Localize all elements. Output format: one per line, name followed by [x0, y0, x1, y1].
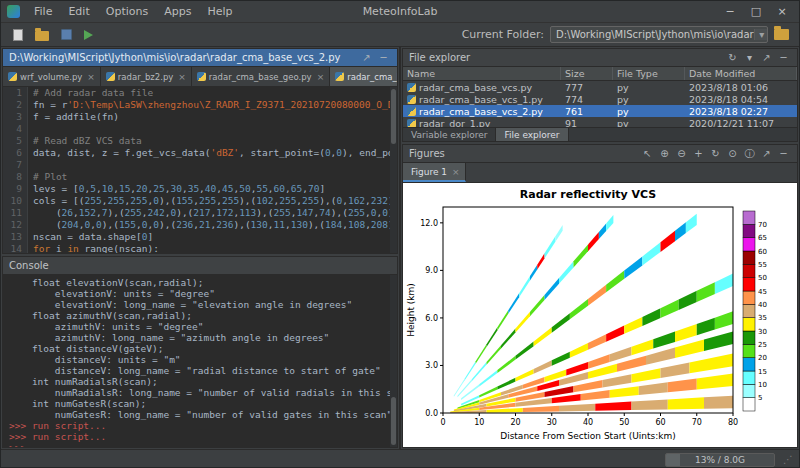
close-tab-icon[interactable]: × [87, 72, 95, 82]
zoom-out-icon[interactable]: ⊖ [674, 145, 689, 162]
refresh-icon[interactable]: ↻ [725, 49, 740, 66]
browse-folder-icon[interactable] [774, 29, 789, 40]
tab-variable-explorer[interactable]: Variable explorer [403, 128, 496, 141]
line-number: 7 [3, 159, 27, 171]
svg-text:30: 30 [758, 328, 767, 336]
svg-text:0: 0 [440, 418, 445, 427]
file-row[interactable]: radar_dor_1.py91py2020/12/21 11:07 [403, 117, 797, 127]
figures-title-bar: Figures ↖⊕⊖+↻⊙ⓘ↗─ [403, 145, 797, 163]
memory-indicator[interactable]: 13% / 8.0G [665, 453, 775, 467]
open-file-icon[interactable] [35, 31, 49, 41]
console-line: int numRadialsR(scan); [9, 376, 397, 387]
menu-apps[interactable]: Apps [156, 1, 199, 22]
tab-file-explorer[interactable]: File explorer [496, 128, 568, 141]
svg-text:60: 60 [758, 248, 767, 256]
scrollbar-thumb[interactable] [391, 397, 396, 445]
tab-label: radar_bz2.py [118, 72, 173, 82]
rotate-icon[interactable]: ↻ [708, 145, 723, 162]
svg-text:50: 50 [619, 418, 629, 427]
tab-figure-1[interactable]: Figure 1× [403, 163, 466, 182]
file-size: 91 [561, 118, 613, 128]
python-file-icon [407, 119, 416, 128]
file-row[interactable]: radar_cma_base_vcs.py777py2023/8/18 01:0… [403, 81, 797, 93]
pan-icon[interactable]: + [691, 145, 706, 162]
minimize-panel-icon[interactable]: ─ [776, 145, 791, 162]
code-line: 1# Add radar data file [3, 87, 397, 99]
file-name-cell: radar_cma_base_vcs_1.py [403, 94, 561, 105]
svg-text:15: 15 [758, 368, 767, 376]
info-icon[interactable]: ⓘ [742, 145, 757, 162]
file-type: py [613, 118, 685, 128]
figure-canvas[interactable]: Radar reflectivity VCS010203040506070800… [403, 183, 797, 448]
minimize-panel-icon[interactable]: ─ [776, 49, 791, 66]
line-number: 4 [3, 123, 27, 135]
code-line: 14for i in range(nscan): [3, 243, 397, 253]
menu-help[interactable]: Help [199, 1, 240, 22]
console-line: float elevationV(scan,radial); [9, 277, 397, 288]
svg-text:20: 20 [510, 418, 520, 427]
float-window-icon[interactable]: ↗ [759, 145, 774, 162]
right-column: File explorer ↻▾↗─ NameSizeFile TypeDate… [401, 47, 799, 449]
line-number: 9 [3, 183, 27, 195]
python-file-icon [106, 72, 115, 81]
minimize-icon[interactable]: ─ [717, 1, 743, 22]
code-line: 10cols = [(255,255,255,0),(155,255,255),… [3, 195, 397, 207]
svg-text:25: 25 [758, 341, 767, 349]
menu-edit[interactable]: Edit [60, 1, 97, 22]
code-editor[interactable]: 1# Add radar data file2fn = r'D:\Temp\La… [3, 87, 397, 253]
editor-tab[interactable]: radar_bz2.py× [101, 67, 192, 86]
resize-grip-icon[interactable]: ⋰ [783, 454, 793, 465]
select-cursor-icon[interactable]: ↖ [640, 145, 655, 162]
editor-title-bar: D:\Working\MIScript\Jython\mis\io\radar\… [3, 49, 397, 67]
close-icon[interactable]: × [769, 1, 795, 22]
column-header-size[interactable]: Size [561, 67, 613, 80]
editor-tab[interactable]: radar_cma_base_vcs_2.py× [330, 67, 397, 86]
close-tab-icon[interactable]: × [317, 72, 325, 82]
editor-tab[interactable]: radar_cma_base_geo.py× [192, 67, 330, 86]
editor-tab[interactable]: wrf_volume.py× [3, 67, 101, 86]
file-row[interactable]: radar_cma_base_vcs_2.py761py2023/8/18 02… [403, 105, 797, 117]
line-number: 8 [3, 171, 27, 183]
svg-text:20: 20 [758, 354, 767, 362]
code-text: nscan = data.shape[0] [33, 231, 153, 243]
svg-text:12.0: 12.0 [420, 219, 438, 228]
code-lines: 1# Add radar data file2fn = r'D:\Temp\La… [3, 87, 397, 253]
console-line: >>> [9, 442, 397, 447]
tab-label: wrf_volume.py [20, 72, 82, 82]
svg-text:Radar reflectivity VCS: Radar reflectivity VCS [520, 188, 656, 201]
line-number: 11 [3, 207, 27, 219]
menu-file[interactable]: File [26, 1, 60, 22]
run-script-icon[interactable] [84, 30, 93, 40]
python-file-icon [407, 107, 416, 116]
globe-icon[interactable]: ⊙ [725, 145, 740, 162]
figures-title: Figures [409, 148, 445, 159]
column-header-date-modified[interactable]: Date Modified [685, 67, 797, 80]
file-explorer-title: File explorer [409, 52, 470, 63]
file-row[interactable]: radar_cma_base_vcs_1.py774py2023/8/18 04… [403, 93, 797, 105]
scrollbar-thumb[interactable] [391, 89, 396, 144]
menu-options[interactable]: Options [98, 1, 156, 22]
column-header-file-type[interactable]: File Type [613, 67, 685, 80]
svg-text:45: 45 [758, 288, 767, 296]
maximize-icon[interactable]: □ [743, 1, 769, 22]
column-header-name[interactable]: Name [403, 67, 561, 80]
tab-label: radar_cma_base_geo.py [209, 72, 312, 82]
editor-scrollbar[interactable] [390, 87, 397, 253]
current-folder-combo[interactable]: D:\Working\MIScript\Jython\mis\io\radar … [550, 26, 768, 43]
console-scrollbar[interactable] [390, 275, 397, 447]
minimize-panel-icon[interactable]: ─ [376, 49, 391, 66]
float-window-icon[interactable]: ↗ [359, 49, 374, 66]
new-file-icon[interactable] [13, 29, 23, 41]
close-tab-icon[interactable]: × [178, 72, 186, 82]
float-window-icon[interactable]: ↗ [759, 49, 774, 66]
python-file-icon [407, 95, 416, 104]
status-bar: 13% / 8.0G ⋰ [1, 449, 799, 468]
code-line: 13nscan = data.shape[0] [3, 231, 397, 243]
collapse-icon[interactable]: ▾ [742, 49, 757, 66]
close-tab-icon[interactable]: × [452, 167, 460, 177]
svg-text:10: 10 [758, 381, 767, 389]
chevron-down-icon[interactable]: ▾ [754, 29, 768, 40]
save-icon[interactable] [61, 29, 72, 40]
console-area[interactable]: float elevationV(scan,radial); elevation… [3, 275, 397, 447]
zoom-in-icon[interactable]: ⊕ [657, 145, 672, 162]
